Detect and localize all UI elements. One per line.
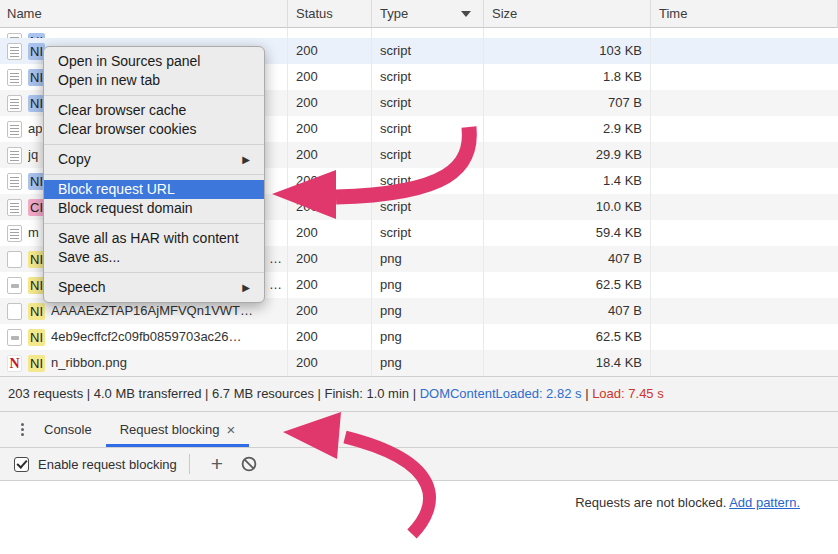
time-cell <box>651 38 838 64</box>
size-cell: 59.4 KB <box>484 220 651 246</box>
blank-file-icon <box>7 303 22 320</box>
size-cell: 18.4 KB <box>484 350 651 376</box>
script-file-icon <box>7 95 22 112</box>
status-cell: 200 <box>288 220 372 246</box>
match-highlight: NI <box>28 303 45 320</box>
column-header-status[interactable]: Status <box>288 0 372 28</box>
menu-item-open-in-sources-panel[interactable]: Open in Sources panel <box>44 52 264 71</box>
menu-separator <box>44 95 264 96</box>
empty-state-message: Requests are not blocked. Add pattern. <box>575 495 800 510</box>
sort-desc-icon <box>461 11 471 17</box>
size-cell: 103 KB <box>484 38 651 64</box>
netflix-icon <box>7 355 22 372</box>
image-file-icon <box>7 329 22 346</box>
size-cell: 10.0 KB <box>484 194 651 220</box>
match-highlight: NI <box>28 329 45 346</box>
menu-item-block-request-domain[interactable]: Block request domain <box>44 199 264 218</box>
status-cell: 200 <box>288 64 372 90</box>
network-row[interactable]: NI 4eb9ecffcf2c09fb0859703ac26… 200 png … <box>0 324 838 350</box>
request-blocking-toolbar: Enable request blocking + <box>0 448 838 481</box>
context-menu: Open in Sources panel Open in new tab Cl… <box>43 46 265 303</box>
script-file-icon <box>7 199 22 216</box>
menu-item-open-in-new-tab[interactable]: Open in new tab <box>44 71 264 90</box>
request-name: jq <box>28 142 38 168</box>
name-ellipsis: … <box>269 272 282 298</box>
time-cell <box>651 272 838 298</box>
column-header-name[interactable]: Name <box>0 0 288 28</box>
request-blocking-panel: Requests are not blocked. Add pattern. <box>0 481 838 554</box>
time-cell <box>651 220 838 246</box>
time-cell <box>651 350 838 376</box>
status-cell: 200 <box>288 298 372 324</box>
time-cell <box>651 324 838 350</box>
menu-item-block-request-url[interactable]: Block request URL <box>44 180 264 199</box>
time-cell <box>651 298 838 324</box>
time-cell <box>651 194 838 220</box>
script-file-icon <box>7 173 22 190</box>
column-header-size[interactable]: Size <box>484 0 651 28</box>
status-cell: 200 <box>288 90 372 116</box>
more-options-icon[interactable] <box>14 412 30 447</box>
close-tab-icon[interactable]: × <box>226 422 235 437</box>
blank-file-icon <box>7 251 22 268</box>
menu-item-copy[interactable]: Copy ▶ <box>44 150 264 169</box>
name-cell: NI <box>0 28 288 38</box>
script-file-icon <box>7 147 22 164</box>
network-row[interactable]: NI n_ribbon.png 200 png 18.4 KB <box>0 350 838 376</box>
add-pattern-icon[interactable]: + <box>202 450 232 478</box>
network-row[interactable]: NI <box>0 28 838 38</box>
column-header-time[interactable]: Time <box>651 0 838 28</box>
column-header-type[interactable]: Type <box>372 0 484 28</box>
menu-item-label: Clear browser cookies <box>58 120 197 139</box>
time-cell <box>651 142 838 168</box>
time-cell <box>651 116 838 142</box>
time-cell <box>651 168 838 194</box>
menu-item-label: Speech <box>58 278 105 297</box>
menu-item-label: Block request domain <box>58 199 193 218</box>
status-cell: 200 <box>288 246 372 272</box>
menu-item-save-as[interactable]: Save as... <box>44 248 264 267</box>
type-cell: script <box>372 90 484 116</box>
type-cell <box>372 28 484 38</box>
table-header: Name Status Type Size Time <box>0 0 838 28</box>
time-cell <box>651 90 838 116</box>
domcontentloaded-time: DOMContentLoaded: 2.82 s <box>420 386 582 401</box>
menu-item-label: Clear browser cache <box>58 101 186 120</box>
menu-item-save-all-as-har-with-content[interactable]: Save all as HAR with content <box>44 229 264 248</box>
size-cell: 407 B <box>484 246 651 272</box>
summary-separator: | <box>582 386 593 401</box>
name-cell: NI 4eb9ecffcf2c09fb0859703ac26… <box>0 324 288 350</box>
add-pattern-link[interactable]: Add pattern. <box>729 495 800 510</box>
type-cell: script <box>372 194 484 220</box>
size-cell: 62.5 KB <box>484 272 651 298</box>
size-cell <box>484 28 651 38</box>
remove-all-patterns-icon[interactable] <box>240 455 258 473</box>
time-cell <box>651 28 838 38</box>
request-name: n_ribbon.png <box>51 350 127 376</box>
enable-request-blocking-checkbox[interactable] <box>14 457 29 472</box>
menu-item-label: Open in Sources panel <box>58 52 200 71</box>
menu-separator <box>44 272 264 273</box>
menu-item-label: Open in new tab <box>58 71 160 90</box>
type-cell: script <box>372 38 484 64</box>
request-name: m <box>28 220 39 246</box>
type-cell: script <box>372 64 484 90</box>
type-cell: script <box>372 116 484 142</box>
tab-request-blocking[interactable]: Request blocking × <box>106 412 250 447</box>
script-file-icon <box>7 121 22 138</box>
size-cell: 1.4 KB <box>484 168 651 194</box>
type-cell: png <box>372 246 484 272</box>
menu-item-clear-browser-cache[interactable]: Clear browser cache <box>44 101 264 120</box>
menu-item-label: Save all as HAR with content <box>58 229 239 248</box>
status-cell: 200 <box>288 168 372 194</box>
network-summary-bar: 203 requests | 4.0 MB transferred | 6.7 … <box>0 376 838 412</box>
menu-item-speech[interactable]: Speech ▶ <box>44 278 264 297</box>
tab-console[interactable]: Console <box>30 412 106 447</box>
size-cell: 62.5 KB <box>484 324 651 350</box>
size-cell: 407 B <box>484 298 651 324</box>
time-cell <box>651 246 838 272</box>
menu-item-clear-browser-cookies[interactable]: Clear browser cookies <box>44 120 264 139</box>
toolbar-divider <box>189 454 190 474</box>
load-time: Load: 7.45 s <box>592 386 664 401</box>
match-highlight: NI <box>28 355 45 372</box>
